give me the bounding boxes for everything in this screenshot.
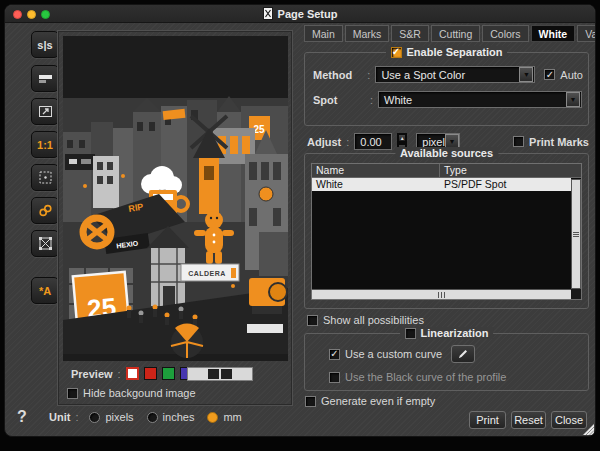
preview-swatch-green[interactable]	[162, 367, 175, 380]
preview-label: Preview	[71, 368, 113, 380]
show-all-row: Show all possibilities	[307, 314, 424, 326]
table-header: Name Type	[312, 164, 581, 178]
fit-page-icon[interactable]	[31, 230, 59, 257]
custom-curve-label: Use a custom curve	[345, 348, 442, 360]
title-bar[interactable]: Page Setup	[5, 5, 595, 23]
sources-group: Available sources Name Type White PS/PDF…	[304, 153, 589, 309]
separation-legend: ✓ Enable Separation	[386, 46, 508, 58]
unit-radio-mm[interactable]	[207, 412, 218, 423]
svg-text:CALDERA: CALDERA	[188, 270, 226, 277]
print-marks-checkbox[interactable]	[513, 136, 524, 147]
row-type-cell[interactable]: PS/PDF Spot	[440, 178, 571, 191]
method-dropdown[interactable]: Use a Spot Color ▼	[375, 66, 535, 83]
show-all-checkbox[interactable]	[307, 315, 318, 326]
pencil-icon	[457, 348, 469, 360]
linearization-checkbox[interactable]	[405, 328, 416, 339]
method-row: Method : Use a Spot Color ▼ ✓ Auto	[313, 66, 583, 83]
tab-varnish[interactable]: Varnish	[577, 25, 596, 42]
preview-panel: 25 RIP HEXIO	[58, 31, 292, 405]
reset-button[interactable]: Reset	[511, 411, 546, 429]
resize-grip[interactable]	[583, 424, 594, 435]
range-handle-left[interactable]	[208, 369, 219, 379]
preview-controls: Preview :	[71, 367, 193, 380]
generate-row: Generate even if empty	[305, 395, 435, 407]
unit-row: Unit : pixels inches mm	[49, 411, 242, 423]
generate-checkbox[interactable]	[305, 396, 316, 407]
selection-icon[interactable]	[31, 164, 59, 191]
unit-label: Unit	[49, 411, 70, 423]
vertical-scrollbar[interactable]	[571, 179, 581, 289]
method-dropdown-arrow-icon[interactable]: ▼	[519, 67, 533, 82]
spinner-up-icon[interactable]: ▲	[397, 133, 407, 143]
auto-checkbox[interactable]: ✓	[544, 69, 555, 80]
show-all-label: Show all possibilities	[323, 314, 424, 326]
page-setup-window: Page Setup s|s 1:1 *A	[4, 4, 596, 437]
edit-curve-button[interactable]	[451, 345, 475, 363]
unit-pixels-label[interactable]: pixels	[105, 411, 133, 423]
linearization-group: Linearization ✓ Use a custom curve Use t…	[304, 333, 589, 391]
tab-white[interactable]: White	[531, 25, 576, 42]
separation-group: ✓ Enable Separation Method : Use a Spot …	[304, 52, 589, 126]
horizontal-scrollbar[interactable]	[312, 289, 571, 299]
custom-curve-row: ✓ Use a custom curve	[329, 345, 475, 363]
mirror-icon[interactable]: s|s	[31, 31, 59, 58]
hide-background-row: Hide backgound image	[67, 387, 196, 399]
black-curve-row: Use the Black curve of the profile	[329, 371, 506, 383]
scrollbar-corner	[571, 289, 581, 299]
spot-dropdown[interactable]: White ▼	[378, 91, 582, 108]
row-name-cell[interactable]: White	[312, 178, 440, 191]
auto-label: Auto	[560, 69, 583, 81]
sources-table: Name Type White PS/PDF Spot	[311, 163, 582, 300]
layout-icon[interactable]	[31, 65, 59, 92]
tab-marks[interactable]: Marks	[345, 25, 390, 42]
screenshot: Page Setup s|s 1:1 *A	[0, 0, 600, 451]
preview-swatch-red[interactable]	[144, 367, 157, 380]
hide-background-label: Hide backgound image	[83, 387, 196, 399]
hscroll-grip-icon	[441, 292, 442, 298]
print-marks-label: Print Marks	[529, 136, 589, 148]
method-label: Method	[313, 69, 362, 81]
open-external-icon[interactable]	[31, 98, 59, 125]
vscroll-grip-icon	[573, 234, 579, 235]
close-button[interactable]: Close	[551, 411, 587, 429]
preview-swatch-white[interactable]	[126, 367, 139, 380]
enable-separation-label: Enable Separation	[407, 46, 503, 58]
svg-text:25: 25	[253, 124, 265, 135]
print-button[interactable]: Print	[469, 411, 506, 429]
unit-radio-inches[interactable]	[147, 412, 158, 423]
annotate-icon[interactable]: *A	[31, 277, 59, 304]
preview-canvas[interactable]: 25 RIP HEXIO	[63, 36, 288, 361]
help-icon[interactable]: ?	[17, 408, 27, 426]
unit-inches-label[interactable]: inches	[163, 411, 195, 423]
sources-legend: Available sources	[395, 147, 498, 159]
enable-separation-checkbox[interactable]: ✓	[391, 47, 402, 58]
hide-background-checkbox[interactable]	[67, 388, 78, 399]
black-curve-checkbox[interactable]	[329, 372, 340, 383]
spot-row: Spot : White ▼	[313, 91, 583, 108]
generate-label: Generate even if empty	[321, 395, 435, 407]
spot-dropdown-arrow-icon[interactable]: ▼	[566, 92, 580, 107]
one-to-one-icon[interactable]: 1:1	[31, 131, 59, 158]
table-row[interactable]: White PS/PDF Spot	[312, 178, 571, 191]
page-setup-icon	[263, 7, 273, 20]
close-window-button[interactable]	[13, 10, 22, 19]
column-header-name[interactable]: Name	[312, 164, 440, 177]
window-title: Page Setup	[278, 8, 338, 20]
preview-artwork: 25 RIP HEXIO	[63, 36, 288, 361]
tab-sr[interactable]: S&R	[391, 25, 429, 42]
range-handle-right[interactable]	[221, 369, 232, 379]
tab-main[interactable]: Main	[304, 25, 343, 42]
tab-colors[interactable]: Colors	[482, 25, 528, 42]
preview-range-bar[interactable]	[187, 367, 253, 381]
minimize-window-button[interactable]	[27, 10, 36, 19]
tab-cutting[interactable]: Cutting	[431, 25, 480, 42]
column-header-type[interactable]: Type	[440, 164, 581, 177]
unit-radio-pixels[interactable]	[89, 412, 100, 423]
adjust-label: Adjust	[307, 136, 341, 148]
unit-mm-label[interactable]: mm	[223, 411, 241, 423]
custom-curve-checkbox[interactable]: ✓	[329, 349, 340, 360]
link-icon[interactable]	[31, 197, 59, 224]
zoom-window-button[interactable]	[41, 10, 50, 19]
adjust-input[interactable]: 0.00	[354, 133, 392, 150]
tab-bar: Main Marks S&R Cutting Colors White Varn…	[304, 25, 596, 42]
